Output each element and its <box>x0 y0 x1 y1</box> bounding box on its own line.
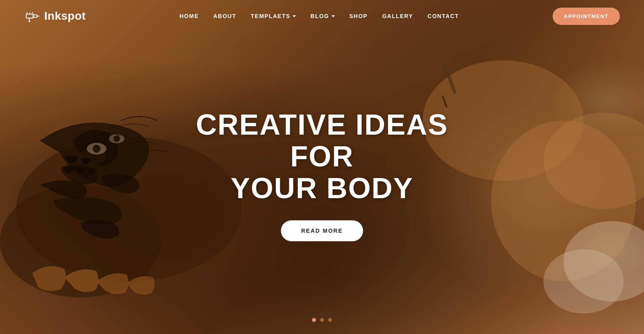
slider-dot-3[interactable] <box>328 318 332 322</box>
nav-link-gallery[interactable]: GALLERY <box>382 13 413 19</box>
logo[interactable]: Inkspot <box>24 8 86 24</box>
navbar: Inkspot HOME ABOUT TEMPLAETS BLOG <box>0 0 644 32</box>
logo-icon <box>24 8 40 24</box>
nav-links: HOME ABOUT TEMPLAETS BLOG SHOP <box>180 12 459 20</box>
svg-rect-13 <box>26 14 33 18</box>
nav-item-about[interactable]: ABOUT <box>213 12 236 20</box>
nav-item-home[interactable]: HOME <box>180 12 199 20</box>
slider-dots <box>312 318 332 322</box>
blog-dropdown-arrow <box>332 15 335 17</box>
nav-link-contact[interactable]: CONTACT <box>427 13 459 19</box>
hero-title: CREATIVE IDEAS FOR YOUR BODY <box>161 109 483 205</box>
nav-templaets-dropdown[interactable]: TEMPLAETS <box>251 13 296 19</box>
nav-link-shop[interactable]: SHOP <box>349 13 368 19</box>
hero-title-line2: YOUR BODY <box>231 172 413 204</box>
nav-item-gallery[interactable]: GALLERY <box>382 12 413 20</box>
nav-item-templaets[interactable]: TEMPLAETS <box>251 13 296 19</box>
nav-link-about[interactable]: ABOUT <box>213 13 236 19</box>
hero-section: Inkspot HOME ABOUT TEMPLAETS BLOG <box>0 0 644 334</box>
nav-link-home[interactable]: HOME <box>180 13 199 19</box>
svg-point-20 <box>29 20 30 22</box>
hero-title-line1: CREATIVE IDEAS FOR <box>196 109 448 172</box>
slider-dot-1[interactable] <box>312 318 316 322</box>
templaets-dropdown-arrow <box>293 15 296 17</box>
appointment-button[interactable]: APPOINTMENT <box>553 8 620 25</box>
read-more-button[interactable]: READ MORE <box>281 220 363 241</box>
nav-item-contact[interactable]: CONTACT <box>427 12 459 20</box>
hero-content: CREATIVE IDEAS FOR YOUR BODY READ MORE <box>161 109 483 242</box>
slider-dot-2[interactable] <box>320 318 324 322</box>
logo-text: Inkspot <box>44 10 86 23</box>
nav-item-shop[interactable]: SHOP <box>349 12 368 20</box>
nav-item-blog[interactable]: BLOG <box>310 13 334 19</box>
nav-link-templaets[interactable]: TEMPLAETS <box>251 13 290 19</box>
nav-blog-dropdown[interactable]: BLOG <box>310 13 334 19</box>
nav-link-blog[interactable]: BLOG <box>310 13 329 19</box>
